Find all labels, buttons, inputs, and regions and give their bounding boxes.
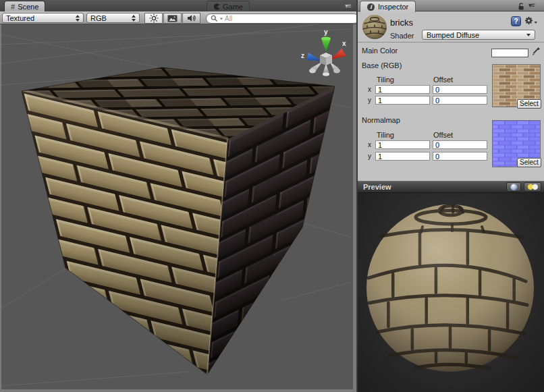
base-y-label: y (368, 96, 371, 104)
scene-lighting-toggle[interactable] (144, 13, 163, 24)
inspector-pane-menu[interactable]: ▾≡ (528, 1, 535, 9)
tab-scene[interactable]: # Scene (4, 1, 45, 12)
sun-icon (149, 13, 159, 23)
base-offset-y-field[interactable] (433, 96, 487, 105)
speaker-icon (187, 13, 196, 23)
search-icon (211, 15, 218, 22)
scene-gizmo[interactable]: y x z (301, 28, 346, 76)
gizmo-y-label: y (324, 28, 328, 36)
preview-title: Preview (363, 183, 506, 191)
scene-panel: # Scene Game ▾≡ Textured RGB (0, 0, 358, 392)
chevron-down-icon (526, 34, 531, 36)
tab-game-label: Game (223, 3, 243, 11)
normalmap-offset-label: Offset (433, 131, 453, 139)
updown-icon (76, 15, 80, 22)
gizmo-cube[interactable] (320, 53, 332, 65)
render-mode-value: Textured (6, 14, 34, 22)
base-tiling-label: Tiling (377, 76, 394, 84)
tab-scene-label: Scene (18, 3, 38, 11)
material-ball-icon (362, 14, 387, 40)
render-mode-dropdown[interactable]: Textured (2, 13, 84, 23)
base-section-title: Base (RGB) (362, 61, 402, 69)
scene-pane-menu[interactable]: ▾≡ (345, 2, 351, 9)
normalmap-tiling-label: Tiling (377, 131, 394, 139)
main-color-swatch[interactable] (491, 49, 528, 57)
scene-grid-icon: # (11, 3, 15, 11)
material-preview-area[interactable]: + (358, 193, 544, 392)
base-offset-x-field[interactable] (433, 85, 487, 94)
search-value: All (225, 15, 232, 22)
main-color-label: Main Color (362, 47, 398, 55)
normalmap-tiling-y-field[interactable] (375, 152, 430, 161)
gizmo-z-label: z (301, 52, 304, 59)
unity-editor-window: # Scene Game ▾≡ Textured RGB (0, 0, 544, 392)
scene-viewport[interactable]: y x z (1, 24, 353, 389)
lights-icon (527, 184, 539, 190)
scene-toolbar: Textured RGB (0, 11, 358, 24)
brick-cube[interactable] (22, 67, 335, 374)
base-select-button[interactable]: Select (517, 99, 541, 109)
shader-label: Shader (390, 32, 414, 40)
image-icon (167, 14, 178, 23)
gizmo-x-axis[interactable]: x (331, 40, 346, 59)
base-offset-label: Offset (433, 76, 453, 84)
lock-icon[interactable] (517, 2, 526, 11)
preview-sphere (358, 193, 544, 392)
gizmo-x-label: x (342, 40, 346, 47)
normalmap-select-button[interactable]: Select (517, 158, 541, 167)
svg-text:?: ? (514, 18, 518, 25)
tab-inspector[interactable]: i Inspector (360, 1, 416, 12)
preview-header[interactable]: Preview (358, 181, 544, 193)
tab-game[interactable]: Game (207, 1, 250, 12)
normalmap-section-title: Normalmap (362, 116, 400, 124)
preview-shape-button[interactable] (506, 182, 521, 192)
help-icon[interactable]: ? (511, 16, 521, 26)
shader-dropdown[interactable]: Bumped Diffuse (422, 30, 535, 40)
color-channel-dropdown[interactable]: RGB (86, 13, 140, 23)
normalmap-x-label: x (368, 141, 371, 148)
scene-3d-render: y x z (1, 24, 353, 389)
updown-icon (132, 15, 136, 22)
sphere-icon (510, 184, 518, 191)
gizmo-y-axis[interactable]: y (321, 28, 331, 52)
scene-tab-bar: # Scene Game ▾≡ (0, 0, 358, 12)
color-channel-value: RGB (90, 14, 107, 22)
normalmap-y-label: y (368, 152, 371, 160)
material-header: bricks Shader Bumped Diffuse ? (358, 11, 544, 43)
gizmo-z-axis[interactable]: z (301, 52, 321, 61)
preview-lighting-button[interactable] (524, 182, 541, 192)
tab-inspector-label: Inspector (378, 3, 408, 11)
gear-icon[interactable] (524, 16, 538, 26)
scene-search-field[interactable]: All (206, 13, 359, 24)
scene-skybox-toggle[interactable] (163, 13, 182, 24)
material-name: bricks (390, 18, 413, 28)
base-x-label: x (368, 86, 371, 93)
inspector-tab-bar: i Inspector ▾≡ (358, 0, 544, 11)
shader-value: Bumped Diffuse (427, 31, 526, 39)
inspector-panel: i Inspector ▾≡ (356, 0, 544, 392)
search-filter-caret (220, 18, 223, 20)
eyedropper-icon[interactable] (531, 47, 541, 57)
scene-audio-toggle[interactable] (182, 13, 200, 24)
base-tiling-x-field[interactable] (375, 85, 430, 94)
normalmap-offset-x-field[interactable] (433, 140, 487, 149)
normalmap-tiling-x-field[interactable] (375, 140, 430, 149)
normalmap-offset-y-field[interactable] (433, 152, 487, 161)
game-icon (213, 3, 220, 10)
info-icon: i (367, 3, 375, 11)
base-tiling-y-field[interactable] (375, 96, 430, 105)
